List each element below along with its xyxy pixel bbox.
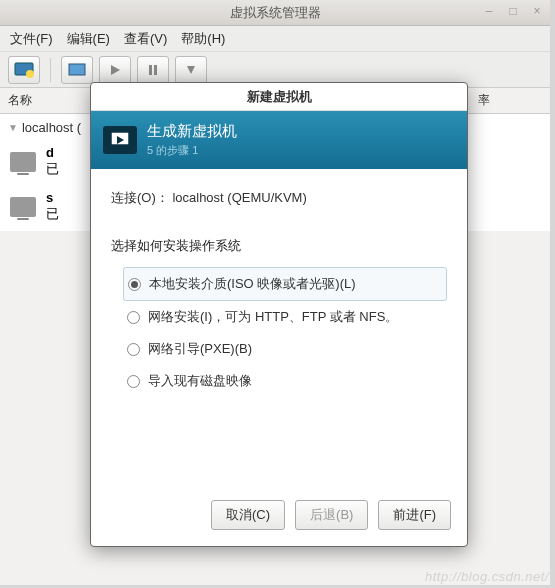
vm-status: 已 [46, 205, 59, 223]
run-button[interactable] [99, 56, 131, 84]
main-title: 虚拟系统管理器 [230, 4, 321, 22]
toolbar-separator [50, 58, 51, 82]
vm-status: 已 [46, 160, 59, 178]
install-section-label: 选择如何安装操作系统 [111, 237, 447, 255]
window-controls: – □ × [482, 4, 544, 18]
menu-help[interactable]: 帮助(H) [181, 30, 225, 48]
back-button[interactable]: 后退(B) [295, 500, 368, 530]
menu-view[interactable]: 查看(V) [124, 30, 167, 48]
radio-label: 网络安装(I)，可为 HTTP、FTP 或者 NFS。 [148, 308, 398, 326]
maximize-icon[interactable]: □ [506, 4, 520, 18]
pause-button[interactable] [137, 56, 169, 84]
radio-label: 网络引导(PXE)(B) [148, 340, 252, 358]
main-titlebar[interactable]: 虚拟系统管理器 – □ × [0, 0, 550, 26]
open-button[interactable] [61, 56, 93, 84]
radio-label: 本地安装介质(ISO 映像或者光驱)(L) [149, 275, 356, 293]
radio-local-media[interactable]: 本地安装介质(ISO 映像或者光驱)(L) [123, 267, 447, 301]
col-rate[interactable]: 率 [470, 88, 550, 113]
connection-line: 连接(O)： localhost (QEMU/KVM) [111, 189, 447, 207]
vm-name: s [46, 190, 59, 205]
close-icon[interactable]: × [530, 4, 544, 18]
menu-file[interactable]: 文件(F) [10, 30, 53, 48]
radio-network-install[interactable]: 网络安装(I)，可为 HTTP、FTP 或者 NFS。 [123, 301, 447, 333]
svg-marker-3 [111, 65, 120, 75]
radio-label: 导入现有磁盘映像 [148, 372, 252, 390]
dialog-heading: 生成新虚拟机 [147, 122, 237, 141]
cancel-button[interactable]: 取消(C) [211, 500, 285, 530]
dialog-body: 连接(O)： localhost (QEMU/KVM) 选择如何安装操作系统 本… [91, 169, 467, 488]
vm-wizard-icon [103, 126, 137, 154]
connection-label: 连接(O)： [111, 190, 169, 205]
dialog-header: 生成新虚拟机 5 的步骤 1 [91, 111, 467, 169]
menu-edit[interactable]: 编辑(E) [67, 30, 110, 48]
svg-rect-4 [149, 65, 152, 75]
radio-pxe[interactable]: 网络引导(PXE)(B) [123, 333, 447, 365]
connection-value: localhost (QEMU/KVM) [172, 190, 306, 205]
radio-icon [127, 375, 140, 388]
new-vm-button[interactable] [8, 56, 40, 84]
new-vm-dialog: 新建虚拟机 生成新虚拟机 5 的步骤 1 连接(O)： localhost (Q… [90, 82, 468, 547]
expand-icon[interactable]: ▼ [8, 122, 18, 133]
menubar: 文件(F) 编辑(E) 查看(V) 帮助(H) [0, 26, 550, 52]
monitor-icon [10, 197, 36, 217]
install-options: 本地安装介质(ISO 映像或者光驱)(L) 网络安装(I)，可为 HTTP、FT… [111, 267, 447, 397]
host-label: localhost ( [22, 120, 81, 135]
svg-point-1 [26, 70, 34, 78]
vm-name: d [46, 145, 59, 160]
radio-import-disk[interactable]: 导入现有磁盘映像 [123, 365, 447, 397]
dialog-title: 新建虚拟机 [247, 88, 312, 106]
dialog-footer: 取消(C) 后退(B) 前进(F) [91, 488, 467, 546]
svg-rect-2 [69, 64, 85, 75]
svg-marker-6 [187, 66, 195, 74]
radio-icon [128, 278, 141, 291]
watermark: http://blog.csdn.net/ [425, 569, 549, 584]
shutdown-button[interactable] [175, 56, 207, 84]
radio-icon [127, 343, 140, 356]
forward-button[interactable]: 前进(F) [378, 500, 451, 530]
dialog-step: 5 的步骤 1 [147, 143, 237, 158]
dialog-titlebar[interactable]: 新建虚拟机 [91, 83, 467, 111]
radio-icon [127, 311, 140, 324]
svg-rect-5 [154, 65, 157, 75]
monitor-icon [10, 152, 36, 172]
minimize-icon[interactable]: – [482, 4, 496, 18]
